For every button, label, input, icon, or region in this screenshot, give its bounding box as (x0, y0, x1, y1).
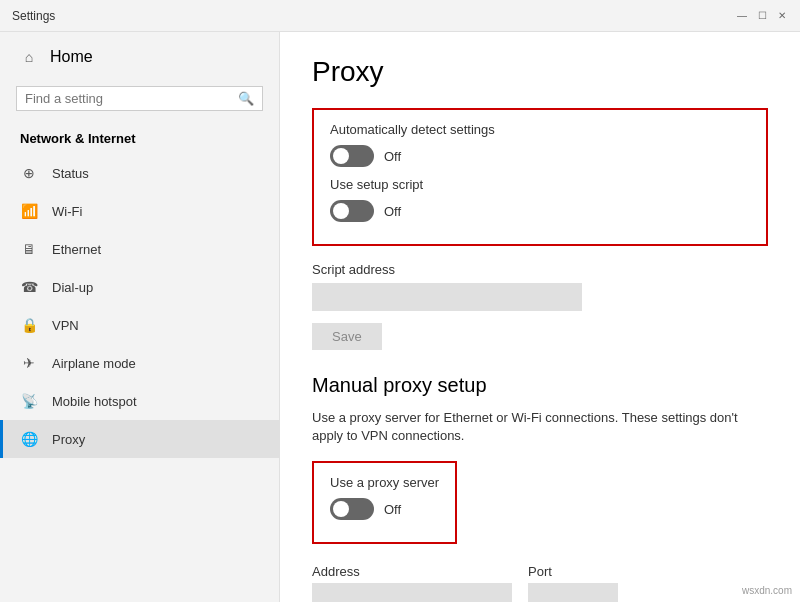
sidebar-item-label: Mobile hotspot (52, 394, 137, 409)
vpn-icon: 🔒 (20, 316, 38, 334)
proxy-icon: 🌐 (20, 430, 38, 448)
auto-detect-toggle-row: Off (330, 145, 750, 167)
app-container: ⌂ Home 🔍 Network & Internet ⊕ Status 📶 W… (0, 32, 800, 602)
use-proxy-toggle[interactable] (330, 498, 374, 520)
sidebar-item-label: Proxy (52, 432, 85, 447)
address-port-row: Address Port (312, 564, 768, 602)
dialup-icon: ☎ (20, 278, 38, 296)
status-icon: ⊕ (20, 164, 38, 182)
script-address-label: Script address (312, 262, 768, 277)
ethernet-icon: 🖥 (20, 240, 38, 258)
sidebar: ⌂ Home 🔍 Network & Internet ⊕ Status 📶 W… (0, 32, 280, 602)
port-label: Port (528, 564, 618, 579)
script-address-input[interactable] (312, 283, 582, 311)
use-proxy-label: Use a proxy server (330, 475, 439, 490)
setup-script-label: Use setup script (330, 177, 750, 192)
home-label: Home (50, 48, 93, 66)
sidebar-item-status[interactable]: ⊕ Status (0, 154, 279, 192)
sidebar-item-airplane[interactable]: ✈ Airplane mode (0, 344, 279, 382)
manual-description: Use a proxy server for Ethernet or Wi-Fi… (312, 409, 752, 445)
sidebar-item-wifi[interactable]: 📶 Wi-Fi (0, 192, 279, 230)
automatic-proxy-section: Automatically detect settings Off Use se… (312, 108, 768, 246)
maximize-button[interactable]: ☐ (756, 10, 768, 22)
setup-script-toggle-label: Off (384, 204, 401, 219)
auto-detect-label: Automatically detect settings (330, 122, 750, 137)
use-proxy-toggle-label: Off (384, 502, 401, 517)
minimize-button[interactable]: — (736, 10, 748, 22)
sidebar-item-hotspot[interactable]: 📡 Mobile hotspot (0, 382, 279, 420)
sidebar-item-label: Dial-up (52, 280, 93, 295)
home-icon: ⌂ (20, 48, 38, 66)
watermark: wsxdn.com (742, 585, 792, 596)
address-field-group: Address (312, 564, 512, 602)
sidebar-item-proxy[interactable]: 🌐 Proxy (0, 420, 279, 458)
search-input[interactable] (25, 91, 232, 106)
sidebar-item-label: Status (52, 166, 89, 181)
sidebar-item-label: VPN (52, 318, 79, 333)
sidebar-item-home[interactable]: ⌂ Home (0, 32, 279, 82)
search-icon: 🔍 (238, 91, 254, 106)
manual-section-title: Manual proxy setup (312, 374, 768, 397)
use-proxy-section: Use a proxy server Off (312, 461, 457, 544)
sidebar-section-label: Network & Internet (0, 123, 279, 154)
setup-script-toggle[interactable] (330, 200, 374, 222)
search-box: 🔍 (16, 86, 263, 111)
page-title: Proxy (312, 56, 768, 88)
airplane-icon: ✈ (20, 354, 38, 372)
titlebar-controls: — ☐ ✕ (736, 10, 788, 22)
address-label: Address (312, 564, 512, 579)
address-input[interactable] (312, 583, 512, 602)
auto-detect-toggle[interactable] (330, 145, 374, 167)
auto-detect-toggle-label: Off (384, 149, 401, 164)
titlebar-title: Settings (12, 9, 55, 23)
sidebar-item-ethernet[interactable]: 🖥 Ethernet (0, 230, 279, 268)
save-button[interactable]: Save (312, 323, 382, 350)
hotspot-icon: 📡 (20, 392, 38, 410)
wifi-icon: 📶 (20, 202, 38, 220)
close-button[interactable]: ✕ (776, 10, 788, 22)
sidebar-item-dialup[interactable]: ☎ Dial-up (0, 268, 279, 306)
port-input[interactable] (528, 583, 618, 602)
use-proxy-toggle-row: Off (330, 498, 439, 520)
sidebar-item-vpn[interactable]: 🔒 VPN (0, 306, 279, 344)
sidebar-item-label: Ethernet (52, 242, 101, 257)
sidebar-item-label: Wi-Fi (52, 204, 82, 219)
sidebar-item-label: Airplane mode (52, 356, 136, 371)
port-field-group: Port (528, 564, 618, 602)
titlebar: Settings — ☐ ✕ (0, 0, 800, 32)
main-content: Proxy Automatically detect settings Off … (280, 32, 800, 602)
setup-script-toggle-row: Off (330, 200, 750, 222)
